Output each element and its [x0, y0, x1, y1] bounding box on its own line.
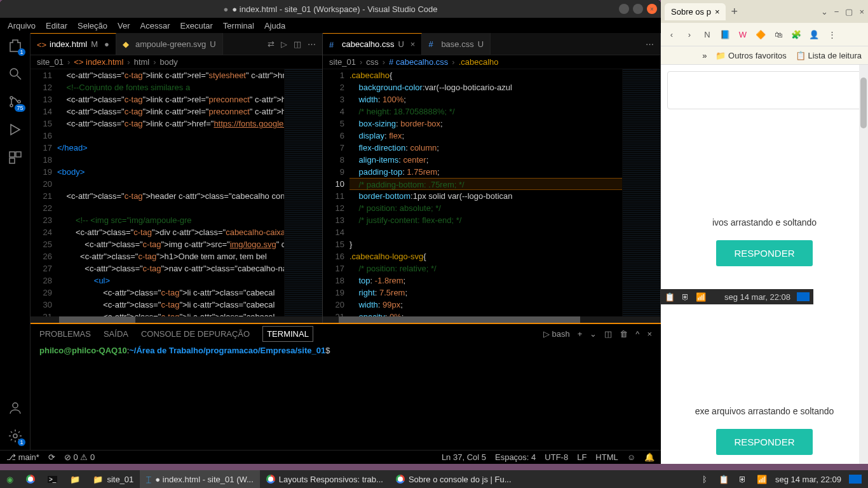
close-button[interactable]: ×	[647, 4, 657, 14]
h-scrollbar[interactable]	[31, 316, 322, 323]
code-editor[interactable]: 1112131415161718192021222324252627282930…	[31, 69, 322, 323]
menu-item[interactable]: Seleção	[78, 21, 107, 30]
responder-button[interactable]: RESPONDER	[716, 240, 812, 266]
clipboard-icon[interactable]: 📋	[718, 473, 729, 485]
panel-tab-output[interactable]: SAÍDA	[104, 327, 128, 341]
desktop-icon[interactable]	[797, 292, 810, 301]
chevron-down-icon[interactable]: ⌄	[590, 329, 597, 339]
app-icon[interactable]: W	[737, 29, 749, 40]
avatar-icon[interactable]: 👤	[808, 29, 820, 40]
close-icon[interactable]: ×	[715, 7, 720, 17]
run-icon[interactable]: ▷	[281, 39, 287, 49]
show-desktop-icon[interactable]	[849, 475, 862, 484]
scm-icon[interactable]: 75	[8, 94, 23, 109]
extensions-icon[interactable]	[8, 150, 23, 165]
editor-tab[interactable]: #base.css U	[422, 33, 491, 55]
error-count[interactable]: ⊘ 0 ⚠ 0	[64, 452, 95, 462]
indent-indicator[interactable]: Espaços: 4	[495, 452, 536, 462]
menu-item[interactable]: Arquivo	[8, 21, 36, 30]
taskbar-app[interactable]: ◉	[0, 470, 20, 488]
bell-icon[interactable]: 🔔	[644, 452, 654, 462]
wifi-icon[interactable]: 📶	[696, 292, 706, 302]
close-icon[interactable]: ×	[410, 39, 416, 49]
more-icon[interactable]: ⋯	[646, 39, 654, 49]
app-icon[interactable]: 🔶	[755, 29, 766, 40]
menu-item[interactable]: Terminal	[223, 21, 254, 30]
panel-tab-problems[interactable]: PROBLEMAS	[39, 327, 91, 341]
wifi-icon[interactable]: 📶	[756, 473, 768, 485]
maximize-button[interactable]: ◇	[633, 4, 643, 14]
h-scrollbar[interactable]	[323, 316, 660, 323]
shell-select[interactable]: ▷ bash	[543, 329, 570, 339]
trash-icon[interactable]: 🗑	[620, 329, 628, 339]
taskbar-app[interactable]: 📁site_01	[86, 470, 140, 488]
close-icon[interactable]: ×	[859, 7, 864, 17]
input-box[interactable]	[667, 71, 862, 109]
chevron-down-icon[interactable]: ⌄	[821, 7, 828, 17]
taskbar-app[interactable]: Layouts Responsivos: trab...	[260, 470, 390, 488]
maximize-icon[interactable]: ▢	[845, 7, 853, 17]
run-icon[interactable]	[8, 122, 23, 137]
reading-list[interactable]: 📋 Lista de leitura	[796, 51, 862, 60]
minimize-button[interactable]: −	[619, 4, 629, 14]
clipboard-icon[interactable]: 📋	[665, 292, 675, 302]
account-icon[interactable]	[8, 400, 23, 416]
search-icon[interactable]	[8, 66, 23, 81]
compare-icon[interactable]: ⇄	[268, 39, 275, 49]
breadcrumb[interactable]: site_01› css› # cabecalho.css› .cabecalh…	[323, 55, 660, 69]
maximize-panel-icon[interactable]: ^	[635, 329, 639, 339]
titlebar[interactable]: ●● index.html - site_01 (Workspace) - Vi…	[0, 0, 661, 18]
minimize-icon[interactable]: −	[834, 7, 839, 17]
browser-tab[interactable]: Sobre os p×	[665, 3, 726, 20]
code-editor[interactable]: 12345678910111213141516171819202122 .cab…	[323, 69, 660, 323]
panel-tab-terminal[interactable]: TERMINAL	[262, 326, 313, 342]
minimap[interactable]	[284, 69, 322, 323]
menu-item[interactable]: Executar	[180, 21, 213, 30]
menu-icon[interactable]: ⋮	[826, 29, 837, 40]
back-icon[interactable]: ‹	[666, 29, 677, 40]
taskbar-app[interactable]: >_	[41, 470, 64, 488]
app-icon[interactable]: 📘	[719, 29, 731, 40]
shield-icon[interactable]: ⛨	[737, 473, 749, 485]
feedback-icon[interactable]: ☺	[627, 452, 635, 462]
explorer-icon[interactable]: 1	[8, 38, 23, 53]
shield-icon[interactable]: ⛨	[681, 292, 689, 302]
menu-item[interactable]: Editar	[46, 21, 67, 30]
menu-item[interactable]: Ajuda	[264, 21, 285, 30]
more-icon[interactable]: ⋯	[308, 39, 316, 49]
terminal[interactable]: philco@philco-QAQ10:~/Área de Trabalho/p…	[31, 343, 661, 450]
menu-item[interactable]: Ver	[118, 21, 130, 30]
split-terminal-icon[interactable]: ◫	[604, 329, 612, 339]
panel-tab-debug[interactable]: CONSOLE DE DEPURAÇÃO	[141, 327, 250, 341]
encoding-indicator[interactable]: UTF-8	[545, 452, 568, 462]
minimap[interactable]	[622, 69, 660, 323]
bookmark-folder[interactable]: 📁 Outros favoritos	[715, 51, 786, 60]
menu-item[interactable]: Acessar	[140, 21, 170, 30]
notion-icon[interactable]: N	[702, 29, 713, 40]
breadcrumb[interactable]: site_01› <> index.html› html› body	[31, 55, 322, 69]
cart-icon[interactable]: 🛍	[773, 29, 784, 40]
gear-icon[interactable]: 1	[8, 428, 23, 444]
responder-button[interactable]: RESPONDER	[716, 429, 812, 455]
close-icon[interactable]: ●	[104, 39, 109, 49]
sync-icon[interactable]: ⟳	[48, 452, 55, 462]
branch-indicator[interactable]: ⎇ main*	[6, 452, 39, 462]
taskbar-app[interactable]: Sobre o console do js | Fu...	[390, 470, 518, 488]
new-terminal-icon[interactable]: +	[578, 329, 583, 339]
eol-indicator[interactable]: LF	[577, 452, 587, 462]
split-icon[interactable]: ◫	[294, 39, 301, 49]
taskbar-app[interactable]	[20, 470, 41, 488]
editor-tab[interactable]: ◆ampoule-green.svg U	[116, 33, 223, 55]
taskbar-app[interactable]: 📁	[64, 470, 86, 488]
language-indicator[interactable]: HTML	[595, 452, 618, 462]
taskbar-app[interactable]: ⌶● index.html - site_01 (W...	[140, 470, 260, 488]
editor-tab[interactable]: #cabecalho.css U×	[323, 33, 422, 55]
overflow-icon[interactable]: »	[702, 51, 707, 60]
editor-tab[interactable]: <>index.html M●	[31, 33, 116, 55]
extension-icon[interactable]: 🧩	[790, 29, 802, 40]
bluetooth-icon[interactable]: ᛒ	[699, 473, 710, 485]
new-tab-button[interactable]: +	[731, 5, 738, 18]
forward-icon[interactable]: ›	[684, 29, 695, 40]
cursor-position[interactable]: Ln 37, Col 5	[442, 452, 486, 462]
scrollbar[interactable]	[859, 65, 868, 464]
